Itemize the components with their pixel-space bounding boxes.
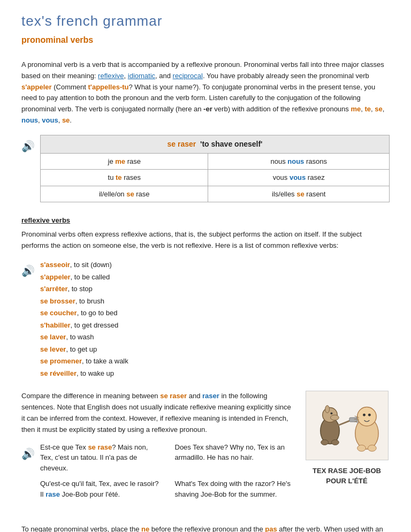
idiomatic-link[interactable]: idiomatic xyxy=(128,72,155,80)
conj-verb-title: se raser 'to shave oneself' xyxy=(168,140,263,148)
svg-point-11 xyxy=(363,414,366,416)
reflexive-section-header: reflexive verbs xyxy=(21,215,390,226)
svg-point-10 xyxy=(357,407,376,426)
header: tex's french grammar page: vpr1 pronomin… xyxy=(21,11,390,47)
comparison-section: Compare the difference in meaning betwee… xyxy=(21,391,390,513)
list-item: se coucher, to go to bed xyxy=(40,308,128,318)
svg-point-4 xyxy=(330,413,332,415)
subtitle: pronominal verbs xyxy=(21,34,390,47)
tex-caption: TEX RASE JOE-BOBPOUR L'ÉTÉ xyxy=(304,466,390,487)
reflexive-section-body: Pronominal verbs often express reflexive… xyxy=(21,229,390,252)
appeler-verb: s'appeler xyxy=(21,83,52,91)
conj-cell-il: il/elle/on se rase xyxy=(41,186,208,202)
list-item: s'appeler, to be called xyxy=(40,272,128,283)
conj-cell-je: je me rase xyxy=(41,153,208,170)
dialogue-fr-1: Est-ce que Tex se rase? Mais non, Tex, c… xyxy=(40,442,159,474)
svg-point-17 xyxy=(331,440,339,445)
speaker-icon-conj[interactable]: 🔊 xyxy=(21,138,35,154)
list-item: s'habiller, to get dressed xyxy=(40,320,128,331)
svg-point-19 xyxy=(368,445,376,452)
list-item: se promener, to take a walk xyxy=(40,356,128,367)
list-item: se lever, to get up xyxy=(40,344,128,355)
dialogue-en-2: What's Tex doing with the razor? He's sh… xyxy=(175,478,294,499)
site-title: tex's french grammar xyxy=(21,13,162,29)
reciprocal-link[interactable]: reciprocal xyxy=(173,72,203,80)
svg-point-3 xyxy=(330,415,339,421)
list-item: s'arrêter, to stop xyxy=(40,284,128,294)
dialogue-en-1: Does Tex shave? Why no, Tex is an armadi… xyxy=(175,442,294,474)
negate-section: To negate pronominal verbs, place the ne… xyxy=(21,524,390,532)
list-item: se réveiller, to wake up xyxy=(40,368,128,379)
conj-cell-nous: nous nous rasons xyxy=(208,153,390,170)
dialogue-table: Est-ce que Tex se rase? Mais non, Tex, c… xyxy=(40,442,293,505)
conj-cell-tu: tu te rases xyxy=(41,170,208,186)
list-item: se brosser, to brush xyxy=(40,296,128,307)
conjugation-table: se raser 'to shave oneself' je me rase n… xyxy=(40,135,390,203)
speaker-icon-verbs[interactable]: 🔊 xyxy=(21,263,35,279)
svg-point-18 xyxy=(357,445,366,452)
dialogue-row-1: Est-ce que Tex se rase? Mais non, Tex, c… xyxy=(40,442,293,474)
conj-cell-ils: ils/elles se rasent xyxy=(208,186,390,202)
verb-list-area: 🔊 s'asseoir, to sit (down) s'appeler, to… xyxy=(21,260,390,380)
speaker-icon-dialogue[interactable]: 🔊 xyxy=(21,445,35,462)
intro-paragraph: A pronominal verb is a verb that is acco… xyxy=(21,59,390,126)
svg-point-16 xyxy=(321,440,328,445)
dialogue-fr-2: Qu'est-ce qu'il fait, Tex, avec le rasoi… xyxy=(40,478,159,499)
list-item: s'asseoir, to sit (down) xyxy=(40,260,128,270)
tappelles-tu: t'appelles-tu xyxy=(88,83,128,91)
verb-list: s'asseoir, to sit (down) s'appeler, to b… xyxy=(40,260,128,380)
dialogue-area: 🔊 Est-ce que Tex se rase? Mais non, Tex,… xyxy=(21,442,293,505)
conj-table-area: 🔊 se raser 'to shave oneself' je me rase… xyxy=(21,135,390,203)
reflexive-link[interactable]: reflexive xyxy=(98,72,124,80)
conj-table-header: se raser 'to shave oneself' xyxy=(41,135,390,153)
svg-point-5 xyxy=(325,406,329,413)
list-item: se laver, to wash xyxy=(40,332,128,343)
comparison-text: Compare the difference in meaning betwee… xyxy=(21,391,293,513)
illustration-container: TEX RASE JOE-BOBPOUR L'ÉTÉ xyxy=(304,391,390,513)
svg-point-12 xyxy=(368,414,370,416)
dialogue-row-2: Qu'est-ce qu'il fait, Tex, avec le rasoi… xyxy=(40,478,293,499)
tex-illustration xyxy=(306,391,389,460)
conj-cell-vous: vous vous rasez xyxy=(208,170,390,186)
